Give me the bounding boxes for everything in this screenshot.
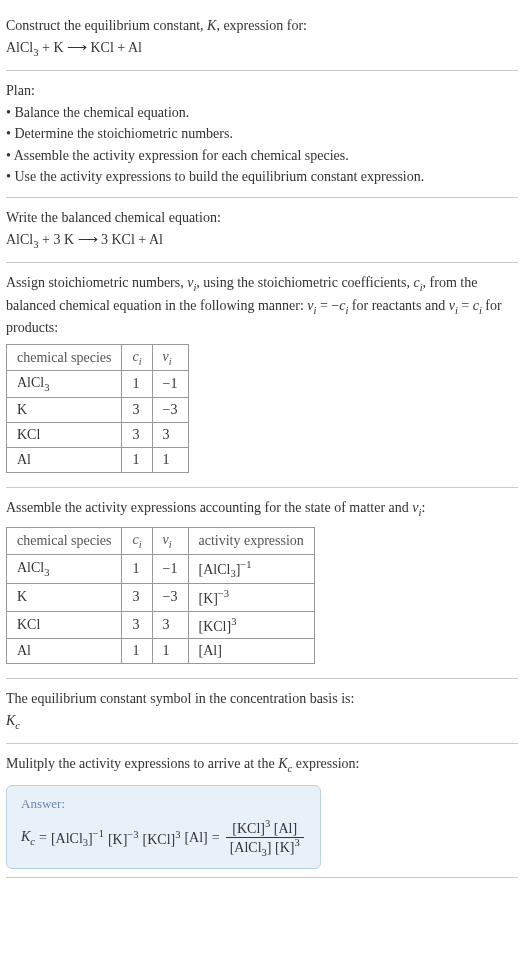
- stoich-p1b: , using the stoichiometric coefficients,: [196, 275, 413, 290]
- th-c: ci: [122, 344, 152, 371]
- cell-species: Al: [7, 639, 122, 664]
- activity-table: chemical species ci νi activity expressi…: [6, 527, 315, 665]
- kc-symbol-line: Kc: [6, 711, 518, 733]
- th-species: chemical species: [7, 527, 122, 554]
- cell-nu: −3: [152, 398, 188, 423]
- table-row: Al 1 1: [7, 448, 189, 473]
- cell-nu: 3: [152, 423, 188, 448]
- reaction-rhs: KCl + Al: [87, 40, 142, 55]
- balanced-title: Write the balanced chemical equation:: [6, 208, 518, 228]
- answer-box: Answer: Kc = [AlCl3]−1 [K]−3 [KCl]3 [Al]…: [6, 785, 321, 869]
- cell-species: K: [7, 584, 122, 612]
- act-base: [AlCl: [199, 561, 231, 576]
- cell-nu: −3: [152, 584, 188, 612]
- act-sup: −1: [240, 559, 251, 570]
- eq1-eq: = −: [316, 298, 339, 313]
- final-title-b: expression:: [292, 756, 359, 771]
- plan-bullet-4: • Use the activity expressions to build …: [6, 167, 518, 187]
- balanced-reaction: AlCl3 + 3 K ⟶ 3 KCl + Al: [6, 230, 518, 252]
- den1-base: [AlCl: [230, 840, 262, 855]
- th-nu-sub: i: [169, 355, 172, 366]
- table-row: K 3 −3 [K]−3: [7, 584, 315, 612]
- act-sup: −3: [218, 588, 229, 599]
- fraction: [KCl]3 [Al] [AlCl3] [K]3: [226, 818, 304, 858]
- final-title-a: Mulitply the activity expressions to arr…: [6, 756, 278, 771]
- num1: [KCl]3: [232, 821, 270, 836]
- t2-sup: −3: [127, 829, 138, 840]
- den2-base: [K]: [275, 840, 294, 855]
- plan-bullet-2: • Determine the stoichiometric numbers.: [6, 124, 518, 144]
- den2-sup: 3: [294, 838, 299, 849]
- table-header-row: chemical species ci νi: [7, 344, 189, 371]
- activity-title-b: :: [421, 500, 425, 515]
- cell-species: Al: [7, 448, 122, 473]
- cell-c: 3: [122, 584, 152, 612]
- table-row: Al 1 1 [Al]: [7, 639, 315, 664]
- reaction-line: AlCl3 + K ⟶ KCl + Al: [6, 38, 518, 60]
- table-header-row: chemical species ci νi activity expressi…: [7, 527, 315, 554]
- kc-symbol-section: The equilibrium constant symbol in the c…: [6, 679, 518, 744]
- th-nu: νi: [152, 527, 188, 554]
- table-row: KCl 3 3: [7, 423, 189, 448]
- balanced-arrow: ⟶: [78, 232, 98, 247]
- final-title: Mulitply the activity expressions to arr…: [6, 754, 518, 776]
- t3-sup: 3: [175, 829, 180, 840]
- cell-species: AlCl3: [7, 371, 122, 398]
- eq2-eq: =: [458, 298, 473, 313]
- th-species: chemical species: [7, 344, 122, 371]
- term-4: [Al]: [184, 830, 207, 846]
- sp: AlCl: [17, 375, 44, 390]
- cell-activity: [Al]: [188, 639, 314, 664]
- stoich-p1a: Assign stoichiometric numbers,: [6, 275, 187, 290]
- th-c-sub: i: [139, 539, 142, 550]
- prompt-text-1: Construct the equilibrium constant,: [6, 18, 207, 33]
- t1-base: [AlCl: [51, 830, 83, 845]
- th-c-sub: i: [139, 355, 142, 366]
- activity-section: Assemble the activity expressions accoun…: [6, 488, 518, 679]
- act-base: [K]: [199, 591, 218, 606]
- prompt-text-2: , expression for:: [216, 18, 307, 33]
- kc-expression: Kc = [AlCl3]−1 [K]−3 [KCl]3 [Al] = [KCl]…: [21, 818, 306, 858]
- cell-c: 1: [122, 639, 152, 664]
- cell-c: 1: [122, 448, 152, 473]
- cell-c: 3: [122, 398, 152, 423]
- term-3: [KCl]3: [143, 829, 181, 848]
- cell-species: K: [7, 398, 122, 423]
- cell-nu: 1: [152, 639, 188, 664]
- table-row: K 3 −3: [7, 398, 189, 423]
- kc-title: The equilibrium constant symbol in the c…: [6, 689, 518, 709]
- reactant-1: AlCl: [6, 40, 33, 55]
- denominator: [AlCl3] [K]3: [226, 838, 304, 858]
- kc-k-sym: K: [21, 829, 30, 844]
- cell-c: 3: [122, 611, 152, 639]
- cell-nu: 1: [152, 448, 188, 473]
- sp: AlCl: [17, 560, 44, 575]
- act-base: [KCl]: [199, 618, 232, 633]
- act-sup: 3: [231, 616, 236, 627]
- stoich-paragraph: Assign stoichiometric numbers, νi, using…: [6, 273, 518, 338]
- activity-title-a: Assemble the activity expressions accoun…: [6, 500, 412, 515]
- den1-close: ]: [267, 840, 272, 855]
- plan-bullet-1: • Balance the chemical equation.: [6, 103, 518, 123]
- cell-species: KCl: [7, 611, 122, 639]
- activity-title: Assemble the activity expressions accoun…: [6, 498, 518, 520]
- den2: [K]3: [275, 840, 300, 855]
- numerator: [KCl]3 [Al]: [226, 818, 304, 838]
- final-kc-k: K: [278, 756, 287, 771]
- cell-species: AlCl3: [7, 554, 122, 583]
- k-symbol: K: [207, 18, 216, 33]
- stoich-p1d: for reactants and: [348, 298, 448, 313]
- num1-base: [KCl]: [232, 821, 265, 836]
- term-1: [AlCl3]−1: [51, 828, 104, 848]
- plan-title: Plan:: [6, 81, 518, 101]
- cell-c: 3: [122, 423, 152, 448]
- th-c: ci: [122, 527, 152, 554]
- prompt-line: Construct the equilibrium constant, K, e…: [6, 16, 518, 36]
- plan-bullet-3: • Assemble the activity expression for e…: [6, 146, 518, 166]
- sp-sub: 3: [44, 567, 49, 578]
- num1-sup: 3: [265, 818, 270, 829]
- den1: [AlCl3]: [230, 840, 272, 855]
- cell-activity: [AlCl3]−1: [188, 554, 314, 583]
- cell-nu: −1: [152, 371, 188, 398]
- cell-c: 1: [122, 371, 152, 398]
